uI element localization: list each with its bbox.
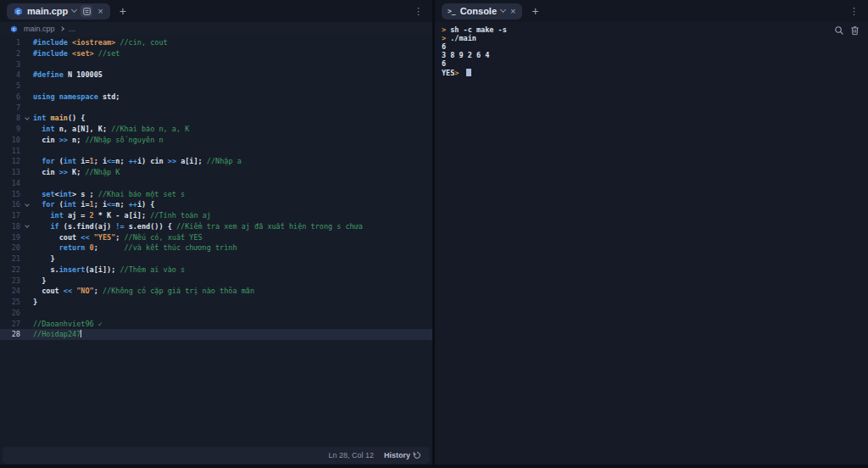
code-line[interactable]: 28//Hoidap247	[0, 329, 432, 340]
code-line[interactable]: 10 cin >> n; //Nhập số nguyên n	[0, 135, 432, 146]
search-icon[interactable]	[834, 25, 844, 36]
editor-statusbar: Ln 28, Col 12 History	[3, 447, 430, 464]
line-number: 21	[0, 254, 20, 265]
clear-console-icon[interactable]	[850, 25, 860, 36]
code-line[interactable]: 5	[0, 81, 432, 92]
code-line[interactable]: 3	[0, 59, 432, 70]
code-text: int aj = 2 * K - a[i]; //Tính toán aj	[33, 210, 211, 221]
code-line[interactable]: 15 set<int> s ; //Khai báo một set s	[0, 189, 432, 200]
format-code-icon[interactable]	[81, 5, 92, 17]
gutter-fold-cell	[20, 297, 33, 308]
gutter-fold-cell	[20, 242, 33, 254]
line-number: 7	[0, 103, 20, 114]
code-line[interactable]: 23 }	[0, 276, 432, 287]
code-line[interactable]: 2#include <set> //set	[0, 48, 432, 59]
code-text: for (int i=1; i<=n; ++i) {	[33, 199, 154, 210]
console-line: > sh -c make -s	[442, 26, 861, 35]
code-line[interactable]: 25}	[0, 297, 432, 308]
tab-label: Console	[460, 6, 497, 16]
line-number: 4	[0, 70, 20, 81]
code-line[interactable]: 22 s.insert(a[i]); //Thêm ai vào s	[0, 265, 432, 276]
fold-chevron-icon[interactable]	[25, 115, 30, 120]
gutter-fold-cell	[20, 189, 33, 200]
console-menu-icon[interactable]: ⋮	[847, 6, 861, 17]
cpp-icon: C	[13, 6, 23, 16]
console-line: YES>	[442, 69, 861, 78]
code-line[interactable]: 20 return 0; //và kết thúc chương trình	[0, 242, 432, 254]
code-line[interactable]: 12 for (int i=1; i<=n; ++i) cin >> a[i];…	[0, 156, 432, 167]
code-line[interactable]: 9 int n, a[N], K; //Khai báo n, a, K	[0, 124, 432, 135]
gutter-fold-cell	[20, 210, 33, 221]
tab-console[interactable]: >_ Console ×	[442, 3, 522, 20]
line-number: 19	[0, 232, 20, 243]
close-tab-icon[interactable]: ×	[509, 7, 516, 16]
gutter-fold-cell	[20, 199, 33, 210]
code-text: int n, a[N], K; //Khai báo n, a, K	[33, 124, 189, 135]
gutter-fold-cell	[20, 113, 33, 124]
gutter-fold-cell	[20, 178, 33, 189]
code-text: s.insert(a[i]); //Thêm ai vào s	[33, 265, 185, 276]
code-line[interactable]: 21 }	[0, 254, 432, 265]
gutter-fold-cell	[20, 146, 33, 157]
line-number: 25	[0, 297, 20, 308]
code-text: cout << "NO"; //Không có cặp giá trị nào…	[33, 286, 254, 297]
code-text: using namespace std;	[33, 92, 120, 103]
add-tab-button[interactable]: +	[117, 4, 129, 18]
window-bottom-edge	[0, 465, 868, 468]
gutter-fold-cell	[20, 308, 33, 319]
tab-main-cpp[interactable]: C main.cpp ×	[7, 3, 110, 20]
code-line[interactable]: 1#include <iostream> //cin, cout	[0, 37, 432, 48]
line-number: 3	[0, 59, 20, 70]
console-output[interactable]: > sh -c make -s> ./main63 8 9 2 6 46YES>	[435, 22, 868, 468]
code-line[interactable]: 4#define N 100005	[0, 70, 432, 81]
code-text: return 0; //và kết thúc chương trình	[33, 242, 237, 254]
gutter-fold-cell	[20, 254, 33, 265]
code-line[interactable]: 7	[0, 103, 432, 114]
code-text: }	[33, 254, 55, 265]
line-number: 10	[0, 135, 20, 146]
code-text: }	[33, 276, 46, 287]
code-area[interactable]: 1#include <iostream> //cin, cout2#includ…	[0, 36, 432, 468]
code-text: int main() {	[33, 113, 85, 124]
breadcrumb-symbol[interactable]: …	[69, 25, 76, 33]
chevron-down-icon[interactable]	[71, 7, 77, 13]
gutter-fold-cell	[20, 59, 33, 70]
line-number: 2	[0, 48, 20, 59]
console-line: 6	[442, 43, 861, 52]
add-tab-button[interactable]: +	[529, 4, 541, 18]
line-number: 11	[0, 146, 20, 157]
cursor-position: Ln 28, Col 12	[328, 451, 374, 460]
line-number: 15	[0, 189, 20, 200]
code-line[interactable]: 11	[0, 146, 432, 157]
close-tab-icon[interactable]: ×	[97, 7, 103, 16]
text-caret	[81, 330, 81, 337]
line-number: 28	[0, 329, 20, 340]
code-line[interactable]: 26	[0, 308, 432, 319]
gutter-fold-cell	[20, 221, 33, 232]
gutter-fold-cell	[20, 156, 33, 167]
gutter-fold-cell	[20, 265, 33, 276]
code-text: set<int> s ; //Khai báo một set s	[33, 189, 185, 200]
code-line[interactable]: 16 for (int i=1; i<=n; ++i) {	[0, 199, 432, 210]
code-line[interactable]: 8int main() {	[0, 113, 432, 124]
code-text: }	[33, 297, 37, 308]
fold-chevron-icon[interactable]	[25, 223, 30, 228]
code-line[interactable]: 19 cout << "YES"; //Nếu có, xuất YES	[0, 232, 432, 243]
breadcrumb-file[interactable]: main.cpp	[24, 25, 55, 33]
history-button[interactable]: History	[384, 451, 421, 460]
code-line[interactable]: 13 cin >> K; //Nhập K	[0, 167, 432, 178]
code-line[interactable]: 17 int aj = 2 * K - a[i]; //Tính toán aj	[0, 210, 432, 221]
code-line[interactable]: 14	[0, 178, 432, 189]
code-line[interactable]: 6using namespace std;	[0, 92, 432, 103]
fold-chevron-icon[interactable]	[25, 202, 30, 207]
code-line[interactable]: 24 cout << "NO"; //Không có cặp giá trị …	[0, 286, 432, 297]
code-line[interactable]: 27//Daoanhviet96 ✓	[0, 319, 432, 330]
line-number: 5	[0, 81, 20, 92]
console-line: 3 8 9 2 6 4	[442, 52, 861, 60]
code-line[interactable]: 18 if (s.find(aj) != s.end()) { //Kiểm t…	[0, 221, 432, 232]
editor-menu-icon[interactable]: ⋮	[411, 6, 426, 17]
chevron-down-icon[interactable]	[500, 7, 506, 13]
line-number: 22	[0, 265, 20, 276]
code-text: //Hoidap247	[33, 329, 81, 340]
code-text: cin >> K; //Nhập K	[33, 167, 120, 178]
